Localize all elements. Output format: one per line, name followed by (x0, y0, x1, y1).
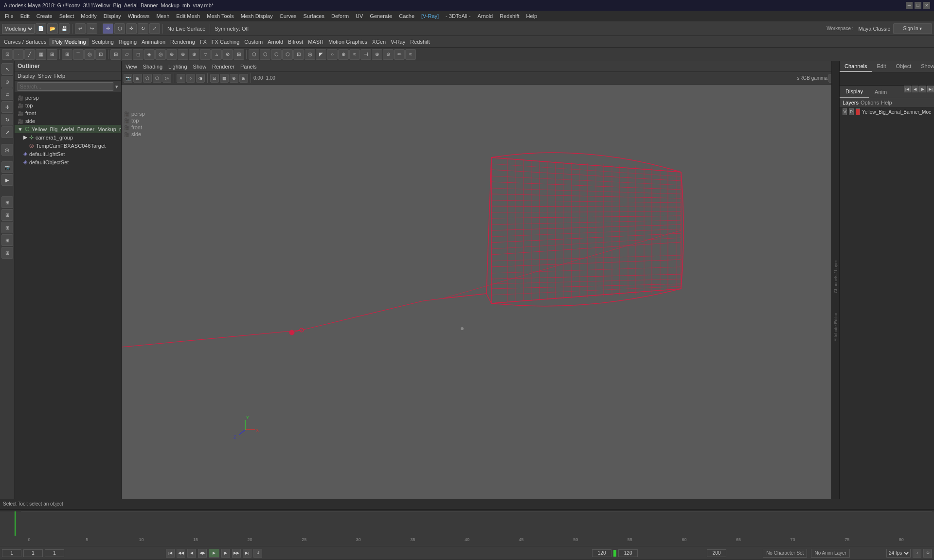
nav-next-btn[interactable]: ▶ (919, 86, 926, 92)
current-frame-input[interactable] (23, 549, 43, 557)
poke-btn[interactable]: ◎ (305, 49, 315, 60)
outliner-item-banner[interactable]: ▼ ⬡ Yellow_Big_Aerial_Banner_Mockup_n (15, 125, 121, 133)
face-mode-btn[interactable]: ▦ (36, 49, 46, 60)
fps-dropdown[interactable]: 24 fps 30 fps (886, 549, 911, 558)
range-handle[interactable] (613, 550, 616, 557)
anim-prefs-btn[interactable]: ⚙ (923, 549, 932, 558)
layer-color-swatch[interactable] (856, 108, 860, 115)
menu-mesh-tools[interactable]: Mesh Tools (204, 12, 236, 20)
outliner-show-menu[interactable]: Show (38, 73, 52, 79)
menu-windows[interactable]: Windows (125, 12, 153, 20)
undo-btn[interactable]: ↩ (75, 23, 86, 34)
go-start-btn[interactable]: |◀ (166, 549, 175, 558)
menu-edit[interactable]: Edit (18, 12, 33, 20)
tool10-btn[interactable]: ▵ (211, 49, 222, 60)
scale-tool-btn[interactable]: ⤢ (149, 23, 160, 34)
vp-lighting2-btn[interactable]: ○ (186, 74, 195, 83)
tool4-btn[interactable]: ◈ (144, 49, 155, 60)
outliner-item-side[interactable]: 🎥 side (15, 117, 121, 125)
lasso-btn[interactable]: ⊂ (1, 88, 13, 100)
vp-menu-lighting[interactable]: Lighting (166, 64, 189, 70)
vp-lighting1-btn[interactable]: ☀ (177, 74, 185, 83)
module-dropdown[interactable]: Modeling (2, 24, 35, 34)
left-tool3[interactable]: ⊞ (1, 222, 13, 233)
timeline-end-input[interactable]: 120 (618, 549, 638, 557)
lasso-select-btn[interactable]: ⬡ (114, 23, 125, 34)
menu-create[interactable]: Create (34, 12, 55, 20)
poly-modeling-tab[interactable]: Poly Modeling (49, 38, 89, 46)
left-tool2[interactable]: ⊞ (1, 209, 13, 221)
paint-select-btn[interactable]: ⊙ (1, 76, 13, 88)
start-frame-input[interactable]: 1 (2, 549, 21, 557)
sculpt-btn[interactable]: ≈ (405, 49, 416, 60)
boolean-btn[interactable]: ⊕ (338, 49, 349, 60)
paint-btn[interactable]: ✏ (394, 49, 405, 60)
bevel-btn[interactable]: ⬡ (260, 49, 270, 60)
viewport-canvas[interactable]: 🎥 persp 🎥 top 🎥 front 🎥 side (122, 85, 839, 529)
mash-tab[interactable]: MASH (306, 39, 325, 45)
vp-camera-btn[interactable]: 📷 (124, 74, 132, 83)
rendering-tab[interactable]: Rendering (168, 39, 197, 45)
layer-playback-btn[interactable]: P (849, 108, 853, 115)
tool11-btn[interactable]: ⊘ (222, 49, 233, 60)
tab-display[interactable]: Display (840, 86, 869, 98)
outliner-search-options[interactable]: ▾ (115, 84, 118, 90)
range-end-input[interactable]: 120 (592, 549, 611, 557)
tool3-btn[interactable]: ◻ (133, 49, 144, 60)
smooth-btn[interactable]: ≈ (349, 49, 360, 60)
tool9-btn[interactable]: ▿ (200, 49, 211, 60)
tool8-btn[interactable]: ⊕ (189, 49, 199, 60)
menu-display[interactable]: Display (101, 12, 124, 20)
menu-3dtall[interactable]: - 3DToAll - (443, 12, 473, 20)
nav-prev-btn[interactable]: ◀ (912, 86, 918, 92)
layers-tab[interactable]: Layers (843, 100, 859, 105)
sign-in-btn[interactable]: Sign In ▾ (893, 23, 932, 34)
render-btn[interactable]: ▶ (1, 174, 13, 186)
tab-channels[interactable]: Channels (840, 61, 872, 72)
redo-btn[interactable]: ↪ (87, 23, 97, 34)
outliner-item-front[interactable]: 🎥 front (15, 109, 121, 117)
curves-surfaces-tab[interactable]: Curves / Surfaces (2, 39, 48, 45)
snap-surface-btn[interactable]: ⊡ (95, 49, 106, 60)
tool5-btn[interactable]: ◎ (155, 49, 166, 60)
go-end-btn[interactable]: ▶| (243, 549, 251, 558)
select-mode-btn[interactable]: ⊡ (2, 49, 13, 60)
vp-frame-btn[interactable]: ⬡ (143, 74, 152, 83)
step-forward-btn[interactable]: ▶▶ (232, 549, 241, 558)
minimize-button[interactable]: ─ (906, 2, 913, 9)
move-tool-btn[interactable]: ✛ (126, 23, 137, 34)
menu-generate[interactable]: Generate (367, 12, 395, 20)
vp-wireframe-btn[interactable]: ⬡ (153, 74, 162, 83)
step-back-btn[interactable]: ◀◀ (177, 549, 185, 558)
menu-select[interactable]: Select (56, 12, 77, 20)
tool1-btn[interactable]: ⊟ (110, 49, 121, 60)
save-file-btn[interactable]: 💾 (59, 23, 70, 34)
attribute-editor-vert[interactable]: Attribute Editor (833, 313, 838, 342)
show-manip-btn[interactable]: ◎ (1, 144, 13, 156)
outliner-item-objectset[interactable]: ◈ defaultObjectSet (20, 158, 121, 166)
menu-curves[interactable]: Curves (277, 12, 300, 20)
edge-mode-btn[interactable]: ╱ (24, 49, 35, 60)
fill-hole-btn[interactable]: ⊡ (293, 49, 304, 60)
menu-modify[interactable]: Modify (78, 12, 99, 20)
vp-smooth-btn[interactable]: ◎ (162, 74, 171, 83)
audio-btn[interactable]: ♪ (913, 549, 921, 558)
redshift-tab[interactable]: Redshift (408, 39, 431, 45)
loop-btn[interactable]: ↺ (253, 549, 262, 558)
next-frame-btn[interactable]: ▶ (221, 549, 230, 558)
close-button[interactable]: ✕ (923, 2, 930, 9)
outliner-display-menu[interactable]: Display (18, 73, 35, 79)
menu-cache[interactable]: Cache (396, 12, 417, 20)
menu-mesh[interactable]: Mesh (153, 12, 172, 20)
vp-menu-renderer[interactable]: Renderer (210, 64, 236, 70)
menu-uv[interactable]: UV (353, 12, 366, 20)
vp-menu-show[interactable]: Show (191, 64, 209, 70)
menu-edit-mesh[interactable]: Edit Mesh (173, 12, 203, 20)
total-end-input[interactable]: 200 (707, 549, 726, 557)
vp-display3-btn[interactable]: ⊕ (230, 74, 238, 83)
outliner-item-camera-group[interactable]: ▶ ⊹ camera1_group (20, 133, 121, 141)
tool2-btn[interactable]: ▱ (122, 49, 132, 60)
xgen-tab[interactable]: XGen (370, 39, 388, 45)
prev-frame-btn[interactable]: ◀ (187, 549, 196, 558)
left-tool5[interactable]: ⊞ (1, 247, 13, 259)
